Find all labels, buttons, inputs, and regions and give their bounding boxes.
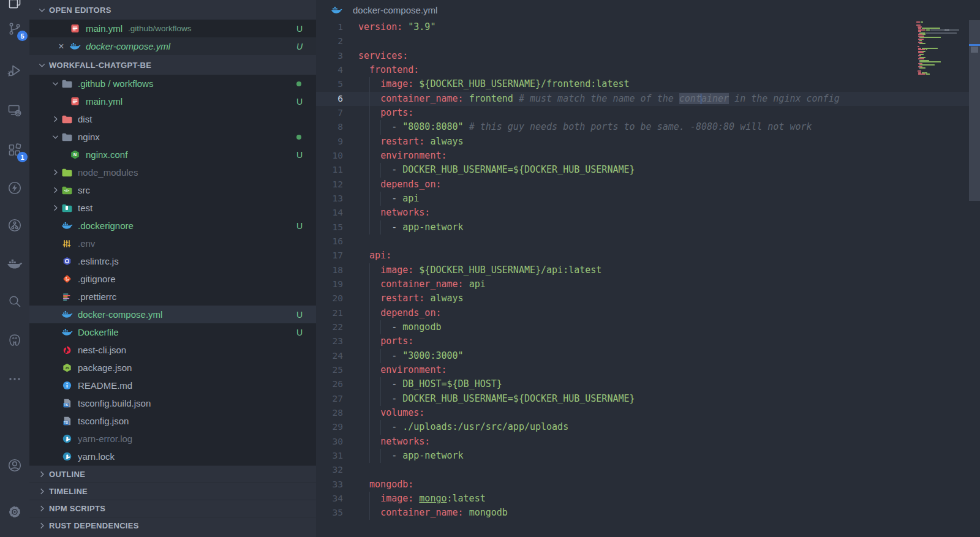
indent-guide xyxy=(369,435,370,449)
code-line[interactable]: 28 volumes: xyxy=(316,406,980,420)
line-number: 11 xyxy=(316,163,343,177)
gitlens-icon[interactable] xyxy=(0,213,29,238)
code-line[interactable]: 11 - DOCKER_HUB_USERNAME=${DOCKER_HUB_US… xyxy=(316,163,980,177)
code-line[interactable]: 20 restart: always xyxy=(316,291,980,306)
tree-item-label: .dockerignore xyxy=(78,220,134,231)
svg-text:N: N xyxy=(73,152,76,157)
tree-item-label: .gitignore xyxy=(78,274,116,284)
code-line[interactable]: 3services: xyxy=(316,49,980,63)
code-line[interactable]: 23 ports: xyxy=(316,334,980,348)
tree-item-main.yml[interactable]: main.ymlU xyxy=(29,92,316,110)
scrollbar-thumb[interactable] xyxy=(971,47,978,53)
code-line[interactable]: 19 container_name: api xyxy=(316,277,980,291)
code-line[interactable]: 2 xyxy=(316,34,980,48)
code-line[interactable]: 22 - mongodb xyxy=(316,320,980,334)
code-line[interactable]: 16 xyxy=(316,235,980,249)
remote-explorer-icon[interactable] xyxy=(0,98,29,122)
source-control-icon[interactable]: 5 xyxy=(0,17,29,41)
tree-item-.github-workflows[interactable]: .github / workflows xyxy=(29,75,316,92)
code-line[interactable]: 4 frontend: xyxy=(316,63,980,77)
code-line[interactable]: 15 - app-network xyxy=(316,220,980,235)
code-line[interactable]: 12 depends_on: xyxy=(316,178,980,192)
code-line[interactable]: 26 - DB_HOST=${DB_HOST} xyxy=(316,377,980,391)
tree-item-.eslintrc.js[interactable]: .eslintrc.js xyxy=(29,252,316,270)
tree-item-package.json[interactable]: JSpackage.json xyxy=(29,359,316,377)
code-line[interactable]: 8 - "8080:8080" # this guy needs both po… xyxy=(316,120,980,134)
open-editor-item-main.yml[interactable]: main.yml.github/workflowsU xyxy=(29,20,316,37)
minimap[interactable] xyxy=(915,21,963,75)
account-icon[interactable] xyxy=(0,453,29,478)
line-number: 26 xyxy=(316,377,343,391)
code-line[interactable]: 35 container_name: mongodb xyxy=(316,506,980,520)
node-icon: JS xyxy=(61,363,72,372)
code-line[interactable]: 30 networks: xyxy=(316,435,980,449)
search-icon[interactable] xyxy=(0,289,29,314)
panel-header-npm-scripts[interactable]: NPM SCRIPTS xyxy=(29,500,316,517)
code-line[interactable]: 14 networks: xyxy=(316,206,980,220)
run-debug-icon[interactable] xyxy=(0,58,29,83)
svg-text:JS: JS xyxy=(65,366,69,370)
code-line[interactable]: 9 restart: always xyxy=(316,135,980,149)
code-line[interactable]: 27 - DOCKER_HUB_USERNAME=${DOCKER_HUB_US… xyxy=(316,392,980,406)
tree-item-.gitignore[interactable]: .gitignore xyxy=(29,270,316,288)
code-line[interactable]: 1version: "3.9" xyxy=(316,20,980,34)
settings-gear-icon[interactable] xyxy=(0,500,29,524)
open-editors-header[interactable]: OPEN EDITORS xyxy=(29,0,316,20)
extensions-icon[interactable]: 1 xyxy=(0,138,29,162)
code-line[interactable]: 25 environment: xyxy=(316,363,980,377)
files-icon[interactable] xyxy=(0,0,29,15)
more-icon[interactable] xyxy=(0,367,29,391)
tree-item-.dockerignore[interactable]: .dockerignoreU xyxy=(29,217,316,235)
line-number: 12 xyxy=(316,178,343,192)
tree-item-nest-cli.json[interactable]: nest-cli.json xyxy=(29,341,316,359)
code-line[interactable]: 6 container_name: frontend # must match … xyxy=(316,92,980,106)
docker-icon[interactable] xyxy=(0,251,29,276)
indent-guide xyxy=(369,291,370,306)
tree-item-docker-compose.yml[interactable]: docker-compose.ymlU xyxy=(29,306,316,323)
code-line[interactable]: 24 - "3000:3000" xyxy=(316,349,980,363)
code-line[interactable]: 5 image: ${DOCKER_HUB_USERNAME}/frontend… xyxy=(316,77,980,91)
open-editors-list: main.yml.github/workflowsU×docker-compos… xyxy=(29,20,316,55)
code-line[interactable]: 31 - app-network xyxy=(316,449,980,463)
tree-item-tsconfig.json[interactable]: TStsconfig.json xyxy=(29,412,316,430)
code-line[interactable]: 10 environment: xyxy=(316,149,980,163)
project-header[interactable]: WORKFALL-CHATGPT-BE xyxy=(29,55,316,75)
code-line[interactable]: 17 api: xyxy=(316,249,980,263)
close-icon[interactable]: × xyxy=(56,41,66,52)
code-line[interactable]: 29 - ./uploads:/usr/src/app/uploads xyxy=(316,420,980,434)
git-modified-dot xyxy=(296,135,301,140)
code-line[interactable]: 18 image: ${DOCKER_HUB_USERNAME}/api:lat… xyxy=(316,263,980,277)
code-line[interactable]: 34 image: mongo:latest xyxy=(316,492,980,506)
tree-item-src[interactable]: </>src xyxy=(29,181,316,199)
line-number: 5 xyxy=(316,77,343,91)
editor-breadcrumb[interactable]: docker-compose.yml xyxy=(316,0,980,20)
tree-item-yarn-error.log[interactable]: yarn-error.log xyxy=(29,430,316,448)
tree-item-tsconfig.build.json[interactable]: TStsconfig.build.json xyxy=(29,394,316,412)
tree-item-test[interactable]: test xyxy=(29,199,316,217)
tree-item-node-modules[interactable]: node_modules xyxy=(29,163,316,181)
code-line[interactable]: 32 xyxy=(316,463,980,477)
code-line[interactable]: 7 ports: xyxy=(316,106,980,120)
editor-scrollbar[interactable] xyxy=(969,20,980,537)
panel-header-timeline[interactable]: TIMELINE xyxy=(29,483,316,500)
tree-item-yarn.lock[interactable]: yarn.lock xyxy=(29,448,316,465)
thunder-client-icon[interactable] xyxy=(0,176,29,200)
tree-item-dist[interactable]: dist xyxy=(29,110,316,128)
code-line[interactable]: 21 depends_on: xyxy=(316,306,980,320)
panel-header-outline[interactable]: OUTLINE xyxy=(29,465,316,483)
postgresql-icon[interactable] xyxy=(0,328,29,353)
tree-item-nginx.conf[interactable]: Nnginx.confU xyxy=(29,146,316,163)
git-status-badge: U xyxy=(296,42,303,51)
open-editor-item-docker-compose.yml[interactable]: ×docker-compose.ymlU xyxy=(29,37,316,55)
indent-guide xyxy=(369,449,370,463)
tree-item-label: .github / workflows xyxy=(78,78,153,89)
code-line[interactable]: 13 - api xyxy=(316,192,980,206)
tree-item-.env[interactable]: .env xyxy=(29,235,316,252)
tree-item-readme.md[interactable]: README.md xyxy=(29,377,316,394)
tree-item-.prettierrc[interactable]: .prettierrc xyxy=(29,288,316,306)
code-line[interactable]: 33 mongodb: xyxy=(316,478,980,492)
panel-header-rust-dependencies[interactable]: RUST DEPENDENCIES xyxy=(29,517,316,534)
editor-pane: docker-compose.yml 1version: "3.9"23serv… xyxy=(316,0,980,537)
tree-item-dockerfile[interactable]: DockerfileU xyxy=(29,323,316,341)
tree-item-nginx[interactable]: nginx xyxy=(29,128,316,146)
